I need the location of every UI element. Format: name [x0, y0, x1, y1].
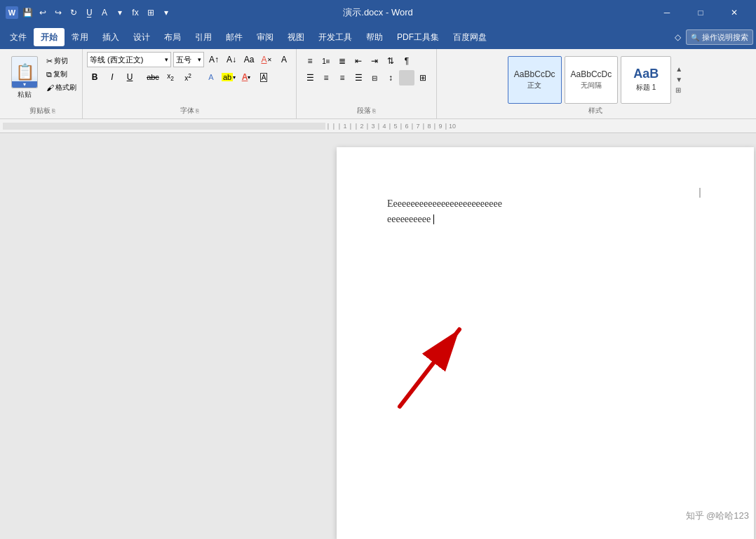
- font-color-btn[interactable]: A ▾: [238, 69, 254, 85]
- menu-developer[interactable]: 开发工具: [311, 28, 359, 46]
- italic-button[interactable]: I: [104, 69, 120, 85]
- align-right-btn[interactable]: ≡: [335, 70, 350, 86]
- content-area: Eeeeeeeeeeeeeeeeeeeeeeeeee eeeeeeeeee: [0, 133, 756, 539]
- styles-expand[interactable]: ⊞: [675, 86, 682, 94]
- font-size-value: 五号: [176, 55, 191, 65]
- increase-font-btn[interactable]: A↑: [206, 52, 222, 67]
- font-name-select[interactable]: 等线 (西文正文) ▾: [87, 52, 171, 67]
- diamond-icon[interactable]: ◇: [672, 32, 683, 43]
- menu-layout[interactable]: 布局: [157, 28, 188, 46]
- menu-insert[interactable]: 插入: [95, 28, 126, 46]
- bullets-btn[interactable]: ≡: [302, 53, 318, 69]
- shading-btn[interactable]: [399, 70, 414, 86]
- phonetic-btn[interactable]: A: [276, 52, 292, 67]
- sort-btn[interactable]: ⇅: [383, 53, 398, 69]
- annotation-arrow: [379, 308, 491, 421]
- show-marks-btn[interactable]: ¶: [399, 53, 414, 69]
- title-bar: W 💾 ↩ ↪ ↻ U̲ A ▾ fx ⊞ ▾ 演示.docx - Word ─…: [0, 0, 756, 25]
- align-center-btn[interactable]: ≡: [318, 70, 334, 86]
- paragraph-group: ≡ 1≡ ≣ ⇤ ⇥ ⇅ ¶ ☰ ≡ ≡ ☰ ⊟ ↕ ⊞: [297, 49, 437, 118]
- menu-view[interactable]: 视图: [281, 28, 311, 46]
- qat-font-color-btn[interactable]: A: [98, 6, 111, 19]
- text-cursor: [433, 214, 434, 224]
- superscript-button[interactable]: x2: [180, 69, 196, 85]
- underline-button[interactable]: U: [122, 69, 137, 85]
- highlight-icon: ab: [222, 73, 233, 81]
- menu-design[interactable]: 设计: [126, 28, 157, 46]
- menu-help[interactable]: 帮助: [359, 28, 390, 46]
- font-content: 等线 (西文正文) ▾ 五号 ▾ A↑ A↓ Aa A✕ A B I: [87, 52, 292, 104]
- align-left-btn[interactable]: ☰: [302, 70, 318, 86]
- styles-scroll-up[interactable]: ▲: [675, 65, 682, 73]
- undo-quick-btn[interactable]: ↩: [36, 6, 49, 19]
- doc-area[interactable]: Eeeeeeeeeeeeeeeeeeeeeeeeee eeeeeeeeee: [323, 133, 756, 539]
- paste-dropdown[interactable]: ▾: [12, 81, 37, 88]
- ribbon: 📋 ▾ 粘贴 ✂ 剪切 ⧉ 复制 🖌 格: [0, 49, 756, 119]
- repeat-quick-btn[interactable]: ↻: [67, 6, 80, 19]
- clipboard-mini-buttons: ✂ 剪切 ⧉ 复制 🖌 格式刷: [45, 55, 78, 94]
- paste-button[interactable]: 📋 ▾ 粘贴: [7, 55, 42, 101]
- redo-quick-btn[interactable]: ↪: [52, 6, 65, 19]
- menu-file[interactable]: 文件: [3, 28, 34, 46]
- clipboard-label[interactable]: 剪贴板 ⎘: [29, 106, 55, 116]
- save-quick-btn[interactable]: 💾: [21, 6, 34, 19]
- bold-button[interactable]: B: [87, 69, 102, 85]
- multilevel-list-btn[interactable]: ≣: [335, 53, 350, 69]
- strikethrough-button[interactable]: abc: [145, 69, 161, 85]
- subscript-label: x2: [167, 72, 174, 82]
- menu-right-area: ◇ 🔍 操作说明搜索: [672, 29, 753, 45]
- font-label[interactable]: 字体 ⎘: [180, 106, 199, 116]
- styles-group: AaBbCcDc 正文 AaBbCcDc 无间隔 AaB 标题 1 ▲ ▼ ⊞ …: [437, 49, 753, 118]
- paragraph-row-2: ☰ ≡ ≡ ☰ ⊟ ↕ ⊞: [302, 70, 431, 86]
- numbered-list-btn[interactable]: 1≡: [318, 53, 334, 69]
- menu-common[interactable]: 常用: [65, 28, 95, 46]
- style-heading1-label: 标题 1: [636, 83, 656, 93]
- menu-home[interactable]: 开始: [34, 28, 65, 46]
- document-page[interactable]: Eeeeeeeeeeeeeeeeeeeeeeeeee eeeeeeeeee: [337, 147, 754, 539]
- title-text: 演示.docx - Word: [343, 7, 412, 18]
- decrease-indent-btn[interactable]: ⇤: [351, 53, 366, 69]
- document-content[interactable]: Eeeeeeeeeeeeeeeeeeeeeeeeee eeeeeeeeee: [387, 196, 703, 228]
- decrease-font-btn[interactable]: A↓: [224, 52, 239, 67]
- qat-formula-btn[interactable]: fx: [129, 6, 142, 19]
- paragraph-label[interactable]: 段落 ⎘: [357, 106, 376, 116]
- style-heading1[interactable]: AaB 标题 1: [621, 56, 671, 104]
- menu-references[interactable]: 引用: [188, 28, 219, 46]
- menu-baidu-pan[interactable]: 百度网盘: [446, 28, 494, 46]
- styles-scroll-down[interactable]: ▼: [675, 76, 682, 83]
- qat-more-btn[interactable]: ▾: [114, 6, 126, 19]
- window-controls: ─ □ ✕: [565, 0, 751, 25]
- style-no-spacing[interactable]: AaBbCcDc 无间隔: [565, 56, 619, 104]
- style-normal[interactable]: AaBbCcDc 正文: [508, 56, 562, 104]
- close-button[interactable]: ✕: [718, 0, 750, 25]
- font-case-btn[interactable]: Aa: [241, 52, 257, 67]
- menu-review[interactable]: 审阅: [250, 28, 281, 46]
- menu-mailings[interactable]: 邮件: [219, 28, 250, 46]
- underline-label: U: [127, 72, 133, 82]
- char-border-icon: A: [260, 73, 268, 82]
- text-line-2: eeeeeeeeee: [387, 214, 431, 224]
- font-size-select[interactable]: 五号 ▾: [173, 52, 204, 67]
- content-line-2: eeeeeeeeee: [387, 212, 703, 227]
- copy-button[interactable]: ⧉ 复制: [45, 68, 78, 81]
- maximize-button[interactable]: □: [684, 0, 717, 25]
- text-effect-btn[interactable]: A: [203, 69, 219, 85]
- minimize-button[interactable]: ─: [651, 0, 683, 25]
- border-btn[interactable]: ⊞: [415, 70, 431, 86]
- cut-button[interactable]: ✂ 剪切: [45, 55, 78, 67]
- columns-btn[interactable]: ⊟: [367, 70, 382, 86]
- justify-btn[interactable]: ☰: [351, 70, 366, 86]
- format-painter-button[interactable]: 🖌 格式刷: [45, 81, 78, 94]
- clear-format-btn[interactable]: A✕: [259, 52, 274, 67]
- menu-pdf-tools[interactable]: PDF工具集: [390, 28, 446, 46]
- search-box[interactable]: 🔍 操作说明搜索: [686, 29, 753, 45]
- text-line-1: Eeeeeeeeeeeeeeeeeeeeeeeeee: [387, 198, 502, 209]
- subscript-button[interactable]: x2: [163, 69, 178, 85]
- line-spacing-btn[interactable]: ↕: [383, 70, 398, 86]
- qat-extra-btn[interactable]: ⊞: [144, 6, 157, 19]
- highlight-btn[interactable]: ab ▾: [221, 69, 236, 85]
- increase-indent-btn[interactable]: ⇥: [367, 53, 382, 69]
- qat-underline-btn[interactable]: U̲: [83, 6, 95, 19]
- qat-dropdown-btn[interactable]: ▾: [160, 6, 173, 19]
- char-border-btn[interactable]: A: [256, 69, 271, 85]
